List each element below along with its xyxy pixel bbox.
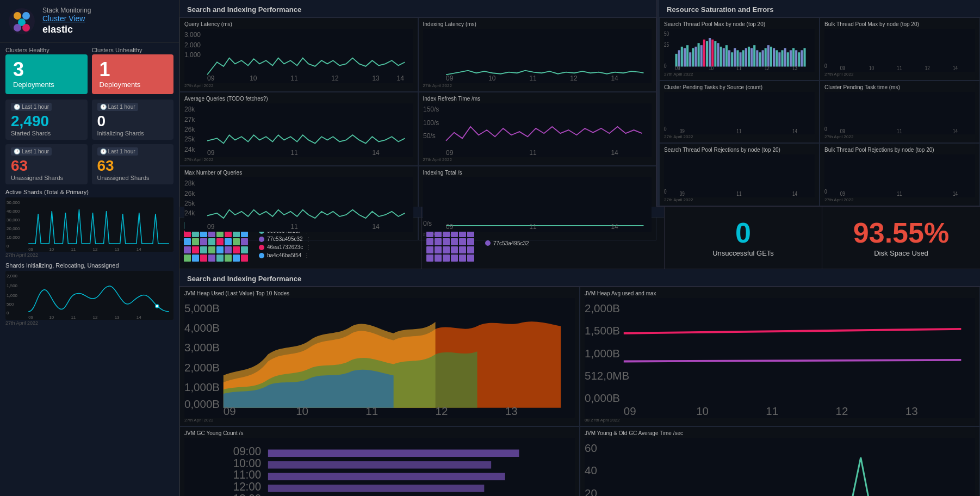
svg-rect-181 <box>200 255 207 262</box>
unassigned-desc-1: Unassigned Shards <box>11 175 82 181</box>
svg-text:10:00: 10:00 <box>233 456 261 469</box>
shards-init-chart: 2,000 1,500 1,000 500 0 09 10 11 12 13 1… <box>5 271 173 320</box>
svg-text:0: 0 <box>7 311 9 315</box>
svg-rect-166 <box>208 238 215 245</box>
svg-text:3,000B: 3,000B <box>184 341 220 354</box>
svg-text:28k: 28k <box>184 106 195 113</box>
svg-rect-104 <box>762 50 764 66</box>
bulk-thread-pool-rejections-title: Bulk Thread Pool Rejections by node (top… <box>824 147 975 153</box>
svg-rect-106 <box>767 45 770 66</box>
svg-rect-99 <box>748 47 750 67</box>
unsuccessful-gets-value: 0 <box>735 219 751 247</box>
stack-monitoring-label: Stack Monitoring <box>42 7 91 14</box>
svg-rect-86 <box>711 40 714 67</box>
svg-text:14: 14 <box>611 149 618 157</box>
disk-space-value: 93.55% <box>853 219 949 247</box>
jvm-heap-used-panel: JVM Heap Used (Last Value) Top 10 Nodes … <box>179 287 580 426</box>
svg-rect-185 <box>233 255 240 262</box>
avg-queries-title: Average Queries (TODO fetches?) <box>184 96 413 102</box>
svg-rect-83 <box>703 40 705 67</box>
unassigned-value-1: 63 <box>11 158 82 175</box>
jvm-gc-avg-time-panel: JVM Young & Old GC Average Time /sec 60 … <box>580 426 980 496</box>
svg-text:10: 10 <box>296 405 308 417</box>
svg-text:0: 0 <box>664 126 667 132</box>
svg-rect-215 <box>459 255 466 262</box>
clock-icon-3: 🕐 <box>14 148 20 154</box>
cluster-pending-task-time-title: Cluster Pending Task time (ms) <box>824 84 975 90</box>
unhealthy-cluster-box[interactable]: 1 Deployments <box>92 54 174 94</box>
unassigned-desc-2: Unassigned Shards <box>97 175 169 181</box>
svg-text:13: 13 <box>905 405 918 417</box>
svg-rect-171 <box>184 246 191 253</box>
svg-text:24k: 24k <box>184 210 195 218</box>
svg-rect-100 <box>750 48 753 66</box>
svg-text:12: 12 <box>93 247 98 252</box>
svg-text:14: 14 <box>953 128 958 134</box>
svg-point-1 <box>14 12 21 20</box>
svg-text:12: 12 <box>436 405 448 417</box>
jvm-gc-young-panel: JVM GC Young Count /s 09:00 10:00 11:00 … <box>179 426 580 496</box>
jvm-heap-used-title: JVM Heap Used (Last Value) Top 10 Nodes <box>184 290 575 296</box>
initializing-shards-block: 🕐 Last 1 hour 0 Initializing Shards <box>92 100 174 140</box>
svg-text:100/s: 100/s <box>423 119 439 126</box>
svg-text:10: 10 <box>49 315 54 320</box>
svg-text:14: 14 <box>953 190 958 197</box>
svg-text:12: 12 <box>836 405 848 417</box>
svg-rect-182 <box>208 255 215 262</box>
query-latency-chart: 3,000 2,000 1,000 09 10 11 12 13 14 <box>184 29 413 83</box>
svg-rect-164 <box>192 238 199 245</box>
svg-rect-186 <box>241 255 248 262</box>
svg-rect-109 <box>776 50 778 66</box>
svg-text:150/s: 150/s <box>423 106 439 113</box>
svg-text:14: 14 <box>611 223 618 231</box>
healthy-count: 3 <box>13 60 24 79</box>
svg-rect-212 <box>435 255 442 262</box>
svg-text:11: 11 <box>529 223 537 231</box>
svg-rect-244 <box>268 450 519 457</box>
svg-rect-216 <box>467 255 474 262</box>
svg-text:12: 12 <box>570 75 578 82</box>
svg-text:0: 0 <box>664 188 667 195</box>
svg-rect-167 <box>216 238 224 245</box>
svg-text:11: 11 <box>736 65 741 71</box>
svg-rect-201 <box>443 238 450 245</box>
svg-text:13: 13 <box>792 65 797 71</box>
cluster-pending-task-time-chart: 0 09 11 14 <box>824 92 975 135</box>
max-queries-chart: 28k 26k 25k 24k 09 11 14 <box>184 177 413 232</box>
healthy-cluster-box[interactable]: 3 Deployments <box>5 54 88 94</box>
avg-queries-chart: 28k 27k 26k 25k 24k 09 11 14 <box>184 103 413 158</box>
cluster-pending-tasks-title: Cluster Pending Tasks by Source (count) <box>664 84 815 90</box>
legend-ellipsis-4: ⋮ <box>304 252 309 258</box>
svg-text:1,000: 1,000 <box>184 51 201 59</box>
svg-text:11:00: 11:00 <box>233 468 261 481</box>
started-shards-desc: Started Shards <box>11 130 82 137</box>
search-thread-pool-max-title: Search Thread Pool Max by node (top 20) <box>664 21 815 27</box>
svg-rect-184 <box>225 255 232 262</box>
stat-row-2: 🕐 Last 1 hour 63 Unassigned Shards 🕐 Las… <box>5 144 173 184</box>
svg-rect-119 <box>803 48 805 66</box>
svg-rect-211 <box>426 255 433 262</box>
svg-rect-163 <box>184 238 191 245</box>
svg-text:14: 14 <box>792 190 797 197</box>
svg-text:11: 11 <box>290 149 298 157</box>
cluster-view-link[interactable]: Cluster View <box>42 14 91 23</box>
bottom-row: Search and Indexing Performance JVM Heap… <box>179 269 980 496</box>
svg-rect-118 <box>801 50 803 66</box>
indexing-latency-panel: Indexing Latency (ms) 09 10 11 12 14 27t… <box>418 17 657 92</box>
svg-rect-76 <box>684 48 686 66</box>
svg-text:1,000: 1,000 <box>7 293 18 298</box>
svg-rect-98 <box>745 48 747 66</box>
svg-rect-90 <box>723 48 725 66</box>
indexing-total-chart: 0/s 09 11 14 <box>423 177 652 232</box>
svg-text:0: 0 <box>824 126 827 132</box>
svg-rect-88 <box>717 43 719 66</box>
bulk-thread-pool-rejections-panel: Bulk Thread Pool Rejections by node (top… <box>820 143 980 206</box>
svg-text:13: 13 <box>505 405 518 417</box>
cluster-pending-tasks-panel: Cluster Pending Tasks by Source (count) … <box>659 80 820 144</box>
svg-text:11: 11 <box>766 405 778 417</box>
elastic-brand: elastic <box>42 24 91 35</box>
svg-text:10: 10 <box>709 65 714 71</box>
sidebar: Stack Monitoring Cluster View elastic Cl… <box>0 0 179 496</box>
svg-text:09: 09 <box>446 149 454 157</box>
unhealthy-count: 1 <box>100 60 110 79</box>
